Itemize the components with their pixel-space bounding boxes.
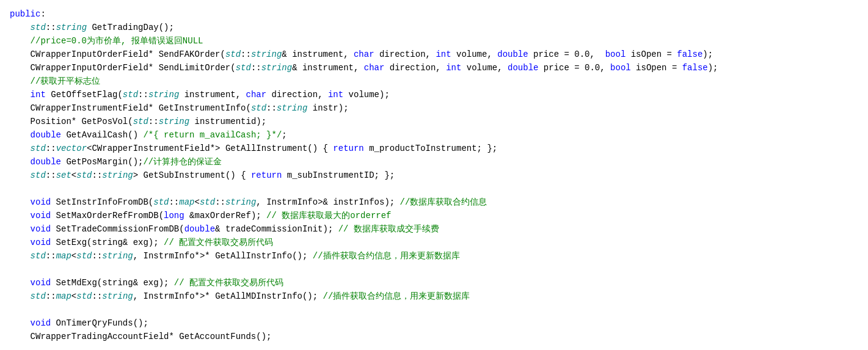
comment-getoffset: //获取开平标志位: [31, 76, 101, 86]
cwrapper-trading: CWrapperTradingAccountField* GetAccountF…: [31, 332, 272, 341]
position-getposvol: Position* GetPosVol(: [31, 117, 133, 126]
code-content: public: std::string GetTradingDay(); //p…: [0, 5, 718, 346]
keyword-double-2: double: [31, 157, 61, 167]
type-std-vector: std: [31, 144, 46, 153]
code-pre: public: std::string GetTradingDay(); //p…: [10, 7, 718, 343]
code-editor: public: std::string GetTradingDay(); //p…: [0, 0, 868, 350]
keyword-int-1: int: [31, 90, 46, 100]
keyword-void-3: void: [31, 224, 51, 234]
keyword-public: public: [10, 9, 40, 19]
keyword-void-2: void: [31, 211, 51, 221]
class-cwrapper-2: CWrapperInputOrderField* SendLimitOrder(: [31, 63, 236, 73]
keyword-void-6: void: [31, 318, 51, 328]
comment-price: //price=0.0为市价单, 报单错误返回NULL: [31, 36, 203, 46]
type-std-map-1: std: [31, 251, 46, 261]
keyword-void-1: void: [31, 197, 51, 207]
class-cwrapper-1: CWrapperInputOrderField* SendFAKOrder(: [31, 49, 225, 59]
type-std-set: std: [31, 170, 46, 180]
keyword-void-4: void: [31, 238, 51, 247]
keyword-double-1: double: [31, 130, 61, 140]
type-std-string-1: std: [31, 23, 46, 32]
keyword-void-5: void: [31, 278, 51, 288]
cwrapper-instrument-1: CWrapperInstrumentField* GetInstrumentIn…: [31, 103, 251, 113]
type-std-map-2: std: [31, 291, 46, 301]
